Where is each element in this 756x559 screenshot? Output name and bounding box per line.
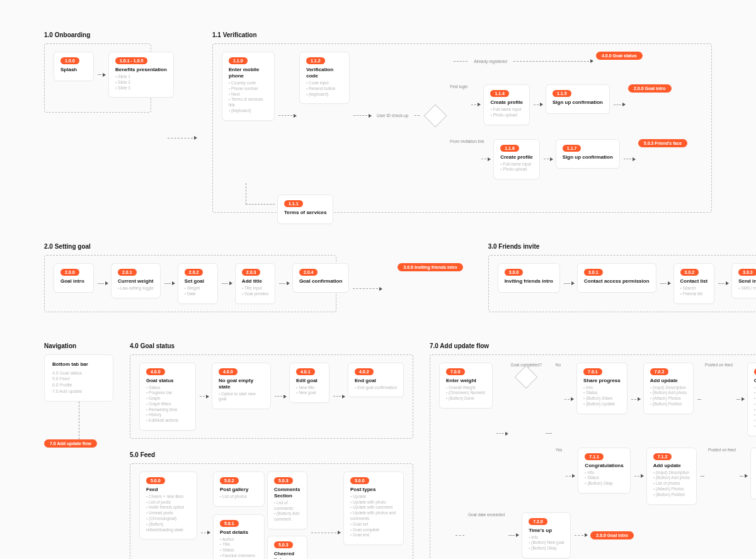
section-add-update: 7.0 Add update flow 7.0.0 Enter weight O… bbox=[430, 342, 756, 559]
card-set-goal: 2.0.2 Set goal WeightDate bbox=[178, 263, 218, 304]
card-verification-code: 1.1.2 Verification code Code input Resen… bbox=[299, 52, 350, 104]
arrow-icon bbox=[467, 95, 483, 114]
section-verification: 1.1 Verification 1.1.0 Enter mobile phon… bbox=[212, 31, 712, 213]
verification-title: 1.1 Verification bbox=[212, 31, 712, 38]
card-comments: 5.0.3 Comments Section List of comments(… bbox=[267, 471, 307, 529]
card-invite-intro: 3.0.0 Inviting friends intro bbox=[498, 263, 560, 293]
card-goal-intro: 2.0.0 Goal intro bbox=[54, 263, 94, 293]
card-feed: 5.0.0 Feed Cheers + new likesList of pos… bbox=[139, 471, 197, 539]
arrow-icon bbox=[94, 65, 108, 84]
link-add-update-flow[interactable]: 7.0 Add update flow bbox=[44, 439, 97, 448]
card-congrats: 7.1.1 Congratulations InfoStatus(Button)… bbox=[578, 448, 630, 494]
arrow-icon bbox=[620, 150, 638, 169]
arrow-icon bbox=[350, 106, 374, 125]
link-friends-face[interactable]: 5.0.3 Friend's face bbox=[638, 139, 687, 147]
card-goal-confirm: 2.0.4 Goal confirmation bbox=[292, 263, 349, 293]
card-benefits: 1.0.1 - 1.0.5 Benefits presentation Slid… bbox=[108, 52, 174, 98]
card-edit-goal: 4.0.1 Edit goal New titleNew goal bbox=[289, 363, 329, 404]
card-create-profile-1: 1.1.4 Create profile Full-name input Pho… bbox=[483, 84, 530, 125]
link-goal-status[interactable]: 4.0.0 Goal status bbox=[596, 52, 643, 60]
card-cheered: 5.0.3 Cheered list List of people who ch… bbox=[267, 536, 307, 559]
card-times-up: 7.2.0 Time's up Info(Button) New goal(Bu… bbox=[522, 512, 571, 558]
arrow-icon bbox=[411, 106, 423, 125]
arrow-icon bbox=[164, 128, 200, 147]
decision-goal-complete bbox=[515, 366, 538, 389]
card-empty-state: 4.0.0 No goal empty state Option to star… bbox=[212, 363, 271, 410]
card-bottom-tab-bar: Bottom tab bar 4.0 Goal status 5.0 Feed … bbox=[44, 354, 113, 402]
section-navigation: Navigation Bottom tab bar 4.0 Goal statu… bbox=[44, 342, 113, 448]
arrow-icon bbox=[478, 150, 493, 169]
arrow-icon bbox=[530, 95, 546, 114]
card-contact-permission: 3.0.1 Contact access permission bbox=[577, 263, 656, 293]
section-friends-invite: 3.0 Friends invite 3.0.0 Inviting friend… bbox=[488, 243, 756, 312]
card-signup-confirm-2: 1.1.7 Sign up confirmation bbox=[556, 139, 620, 169]
link-goal-intro-2[interactable]: 2.0.0 Goal intro bbox=[590, 531, 634, 539]
card-post-details: 5.0.1 Post details AuthorTitle StatusFan… bbox=[213, 514, 265, 559]
card-splash: 1.0.0 Splash bbox=[54, 52, 94, 81]
section-goal-status: 4.0.0 Goal status StatusProgress bar Gra… bbox=[130, 354, 413, 439]
card-goal-status: 4.0.0 Goal status StatusProgress bar Gra… bbox=[139, 363, 196, 431]
row-goal-friends: 2.0 Setting goal 2.0.0 Goal intro 2.0.1 … bbox=[44, 243, 712, 312]
card-confirm-1: 7.0.3 Confirmation InfoMini chart Change… bbox=[747, 363, 756, 436]
card-add-update-1: 7.0.2 Add update (Input) Description(But… bbox=[643, 363, 694, 414]
arrow-icon bbox=[540, 150, 556, 169]
arrow-icon bbox=[275, 106, 299, 125]
decision-diamond bbox=[424, 104, 447, 127]
middle-column: 4.0 Goal status 4.0.0 Goal status Status… bbox=[130, 342, 413, 559]
link-goal-intro[interactable]: 2.0.0 Goal intro bbox=[628, 84, 672, 93]
card-share-progress: 7.0.1 Share progress InfoStatus(Button) … bbox=[576, 363, 627, 414]
card-add-title: 2.0.3 Add title Title inputGoal preview bbox=[235, 263, 275, 304]
arrow-icon bbox=[610, 95, 628, 114]
arrow-icon bbox=[510, 52, 596, 71]
card-contact-list: 3.0.2 Contact list SearchFriends list bbox=[673, 263, 715, 304]
section-setting-goal: 2.0 Setting goal 2.0.0 Goal intro 2.0.1 … bbox=[44, 243, 336, 312]
card-tos: 1.1.1 Terms of services bbox=[277, 195, 333, 224]
onboarding-title: 1.0 Onboarding bbox=[44, 31, 151, 38]
row-lower: Navigation Bottom tab bar 4.0 Goal statu… bbox=[44, 342, 712, 559]
card-confirm-2: 7.1.3 Confirmation InfoGoal completion t… bbox=[750, 448, 756, 499]
card-add-update-2: 7.1.2 Add update (Input) Description(But… bbox=[646, 448, 697, 505]
row-onboarding-verification: 1.0 Onboarding 1.0.0 Splash 1.0.1 - 1.0.… bbox=[44, 31, 712, 213]
card-enter-phone: 1.1.0 Enter mobile phone Country code Ph… bbox=[222, 52, 275, 121]
card-create-profile-2: 1.1.6 Create profile Full-name input Pho… bbox=[493, 139, 540, 180]
section-onboarding: 1.0 Onboarding 1.0.0 Splash 1.0.1 - 1.0.… bbox=[44, 31, 151, 113]
card-signup-confirm-1: 1.1.5 Sign up confirmation bbox=[546, 84, 610, 114]
card-post-gallery: 5.0.2 Post gallery List of photos bbox=[213, 471, 265, 507]
card-enter-weight: 7.0.0 Enter weight Overall Weight(Onscre… bbox=[439, 363, 493, 409]
section-feed: 5.0.0 Feed Cheers + new likesList of pos… bbox=[130, 463, 413, 559]
arrow-icon bbox=[450, 52, 471, 71]
link-inviting-friends[interactable]: 3.0.0 Inviting friends intro bbox=[398, 263, 462, 271]
card-end-goal: 4.0.2 End goal End goal confirmation bbox=[348, 363, 404, 398]
card-send-invite: 3.0.3 Send invite messages SMS / message… bbox=[731, 263, 756, 298]
card-current-weight: 2.0.1 Current weight Law-setting toggle bbox=[111, 263, 161, 298]
card-post-types: 5.0.0 Post types UpdateUpdate with photo… bbox=[343, 471, 404, 545]
